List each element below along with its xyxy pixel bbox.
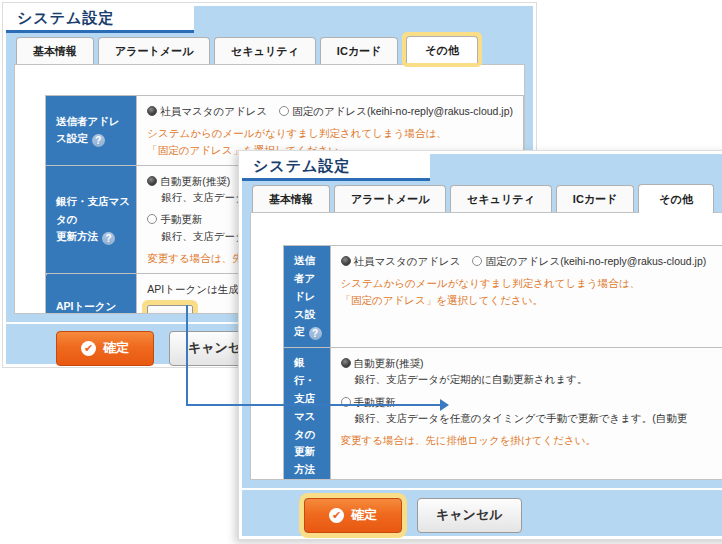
tab-alert-mail[interactable]: アラートメール bbox=[334, 185, 446, 212]
radio-fixed-address[interactable] bbox=[279, 106, 289, 116]
annotation-connector-vertical-line bbox=[186, 305, 188, 406]
cancel-button[interactable]: キャンセル bbox=[417, 498, 522, 533]
radio-auto-update[interactable] bbox=[341, 358, 351, 368]
radio-employee-address[interactable] bbox=[341, 256, 351, 266]
tab-basic-info[interactable]: 基本情報 bbox=[16, 37, 94, 64]
annotation-arrow-icon bbox=[440, 399, 449, 411]
tab-basic-info[interactable]: 基本情報 bbox=[252, 185, 330, 212]
sender-address-label-cell: 送信者アドレス設定? bbox=[46, 96, 137, 166]
check-icon: ✔ bbox=[329, 508, 344, 523]
sender-warning-line1: システムからのメールがなりすまし判定されてしまう場合は、 bbox=[147, 125, 513, 141]
manual-update-desc: 銀行、支店データを任意のタイミングで手動で更新できます。(自動更 bbox=[341, 410, 717, 426]
page-title: システム設定 bbox=[6, 6, 194, 33]
sender-address-row: 送信者アドレス設定? 社員マスタのアドレス固定のアドレス(keihi-no-re… bbox=[284, 246, 722, 348]
front-footer: ✔ 確定 キャンセル bbox=[242, 488, 722, 540]
api-token-label-cell: APIトークン bbox=[46, 274, 137, 314]
radio-manual-update[interactable] bbox=[147, 214, 157, 224]
sender-address-label-cell: 送信者アドレス設定? bbox=[284, 246, 331, 348]
bank-master-row: 銀行・支店マスタの 更新方法? 自動更新(推奨) 銀行、支店データが定期的に自動… bbox=[284, 348, 722, 480]
title-fill bbox=[430, 154, 722, 181]
bank-warning: 変更する場合は、先に排他ロックを掛けてください。 bbox=[341, 432, 717, 448]
annotation-highlight-other-tab: その他 bbox=[402, 32, 482, 67]
front-title-row: システム設定 bbox=[242, 154, 722, 181]
confirm-button[interactable]: ✔ 確定 bbox=[304, 498, 402, 533]
front-content-panel: 送信者アドレス設定? 社員マスタのアドレス固定のアドレス(keihi-no-re… bbox=[250, 212, 722, 480]
tab-security[interactable]: セキュリティ bbox=[450, 185, 552, 212]
annotation-connector-horizontal-line bbox=[186, 404, 440, 406]
back-title-row: システム設定 bbox=[6, 6, 533, 33]
settings-window-front: システム設定 基本情報 アラートメール セキュリティ ICカード その他 送信者… bbox=[238, 150, 722, 540]
help-icon[interactable]: ? bbox=[92, 134, 105, 147]
radio-fixed-address[interactable] bbox=[472, 256, 482, 266]
tab-ic-card[interactable]: ICカード bbox=[556, 185, 635, 212]
title-fill bbox=[194, 6, 533, 33]
sender-warning-line2: 「固定のアドレス」を選択してください。 bbox=[341, 292, 717, 308]
back-tab-bar: 基本情報 アラートメール セキュリティ ICカード その他 bbox=[6, 33, 533, 64]
bank-master-value-cell: 自動更新(推奨) 銀行、支店データが定期的に自動更新されます。 手動更新 銀行、… bbox=[330, 348, 722, 480]
tab-ic-card[interactable]: ICカード bbox=[320, 37, 399, 64]
front-tab-bar: 基本情報 アラートメール セキュリティ ICカード その他 bbox=[242, 181, 722, 212]
bank-master-label-cell: 銀行・支店マスタの 更新方法? bbox=[284, 348, 331, 480]
check-icon: ✔ bbox=[81, 341, 96, 356]
sender-address-value-cell: 社員マスタのアドレス固定のアドレス(keihi-no-reply@rakus-c… bbox=[330, 246, 722, 348]
tab-security[interactable]: セキュリティ bbox=[214, 37, 316, 64]
sender-warning-line1: システムからのメールがなりすまし判定されてしまう場合は、 bbox=[341, 275, 717, 291]
screenshot-canvas: システム設定 基本情報 アラートメール セキュリティ ICカード その他 送信者… bbox=[0, 0, 722, 544]
tab-other[interactable]: その他 bbox=[638, 184, 714, 213]
auto-update-desc: 銀行、支店データが定期的に自動更新されます。 bbox=[341, 371, 717, 387]
page-title: システム設定 bbox=[242, 154, 430, 181]
radio-employee-address[interactable] bbox=[147, 106, 157, 116]
bank-master-label-cell: 銀行・支店マスタの 更新方法? bbox=[46, 165, 137, 273]
help-icon[interactable]: ? bbox=[102, 232, 115, 245]
radio-auto-update[interactable] bbox=[147, 176, 157, 186]
confirm-button[interactable]: ✔ 確定 bbox=[56, 331, 154, 366]
settings-table: 送信者アドレス設定? 社員マスタのアドレス固定のアドレス(keihi-no-re… bbox=[283, 245, 722, 480]
tab-other[interactable]: その他 bbox=[406, 36, 478, 63]
help-icon[interactable]: ? bbox=[309, 327, 322, 340]
tab-alert-mail[interactable]: アラートメール bbox=[98, 37, 210, 64]
front-page: システム設定 基本情報 アラートメール セキュリティ ICカード その他 送信者… bbox=[242, 154, 722, 536]
